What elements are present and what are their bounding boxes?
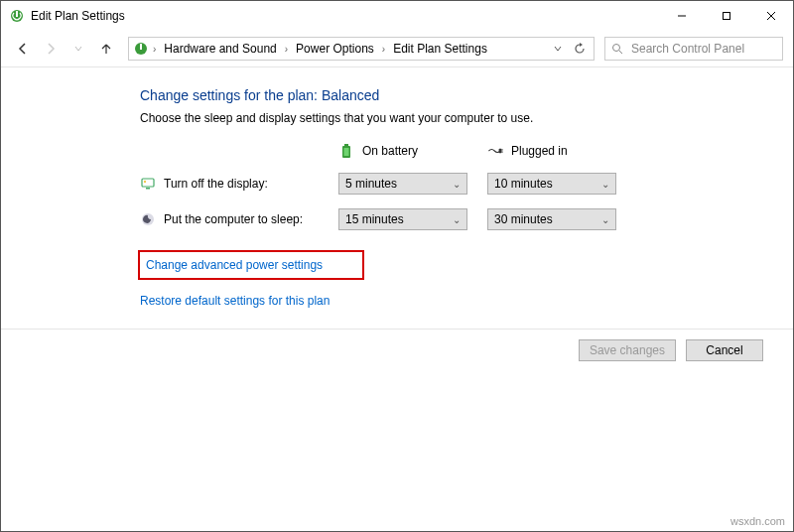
power-options-icon: [9, 8, 25, 24]
sleep-plugged-select[interactable]: 30 minutes ⌄: [487, 208, 616, 230]
chevron-down-icon: ⌄: [453, 179, 461, 190]
svg-rect-16: [142, 179, 154, 187]
row-label: Turn off the display:: [164, 177, 268, 191]
chevron-down-icon: ⌄: [453, 214, 461, 225]
chevron-right-icon[interactable]: ›: [283, 44, 290, 55]
sleep-battery-select[interactable]: 15 minutes ⌄: [338, 208, 467, 230]
forward-button[interactable]: [39, 37, 63, 61]
save-button[interactable]: Save changes: [579, 339, 676, 361]
breadcrumb-item[interactable]: Power Options: [292, 42, 378, 56]
row-turn-off-display: Turn off the display:: [140, 176, 319, 192]
chevron-right-icon[interactable]: ›: [380, 44, 387, 55]
footer: Save changes Cancel: [1, 329, 793, 371]
link-advanced-settings[interactable]: Change advanced power settings: [140, 252, 362, 278]
content: Change settings for the plan: Balanced C…: [1, 67, 793, 333]
link-restore-defaults[interactable]: Restore default settings for this plan: [140, 294, 330, 308]
settings-grid: On battery Plugged in: [140, 143, 777, 230]
power-options-icon: [133, 41, 149, 57]
row-label: Put the computer to sleep:: [164, 212, 303, 226]
plug-icon: [487, 143, 503, 159]
svg-rect-1: [16, 11, 18, 17]
window-controls: [659, 1, 793, 31]
address-dropdown-icon[interactable]: [548, 39, 568, 59]
page-heading: Change settings for the plan: Balanced: [140, 87, 777, 103]
cancel-button[interactable]: Cancel: [686, 339, 763, 361]
maximize-button[interactable]: [704, 1, 748, 31]
refresh-button[interactable]: [570, 39, 590, 59]
breadcrumb-item[interactable]: Edit Plan Settings: [389, 42, 491, 56]
recent-dropdown-icon[interactable]: [66, 37, 90, 61]
page-subtext: Choose the sleep and display settings th…: [140, 111, 777, 125]
display-plugged-select[interactable]: 10 minutes ⌄: [487, 173, 616, 195]
svg-rect-17: [146, 188, 150, 190]
svg-rect-10: [344, 144, 348, 146]
svg-rect-13: [499, 149, 502, 153]
svg-rect-7: [140, 44, 142, 50]
row-sleep: Put the computer to sleep:: [140, 211, 319, 227]
back-button[interactable]: [11, 37, 35, 61]
svg-point-8: [613, 45, 620, 52]
svg-point-18: [144, 181, 146, 183]
select-value: 15 minutes: [345, 212, 453, 226]
battery-icon: [338, 143, 354, 159]
chevron-right-icon[interactable]: ›: [151, 44, 158, 55]
address-bar[interactable]: › Hardware and Sound › Power Options › E…: [128, 37, 595, 61]
breadcrumb-item[interactable]: Hardware and Sound: [160, 42, 280, 56]
select-value: 10 minutes: [494, 177, 601, 191]
search-input[interactable]: [629, 41, 776, 57]
column-on-battery: On battery: [338, 143, 467, 159]
navbar: › Hardware and Sound › Power Options › E…: [1, 31, 793, 66]
minimize-button[interactable]: [659, 1, 704, 31]
search-icon: [611, 43, 623, 55]
sleep-icon: [140, 211, 156, 227]
close-button[interactable]: [748, 1, 793, 31]
window-title: Edit Plan Settings: [31, 9, 125, 23]
chevron-down-icon: ⌄: [601, 214, 609, 225]
column-plugged-in: Plugged in: [487, 143, 616, 159]
select-value: 5 minutes: [345, 177, 453, 191]
chevron-down-icon: ⌄: [601, 179, 609, 190]
display-icon: [140, 176, 156, 192]
titlebar: Edit Plan Settings: [1, 1, 793, 31]
watermark: wsxdn.com: [730, 515, 785, 527]
window: Edit Plan Settings: [0, 0, 794, 532]
select-value: 30 minutes: [494, 212, 601, 226]
svg-rect-12: [344, 148, 349, 156]
up-button[interactable]: [94, 37, 118, 61]
svg-line-9: [619, 51, 622, 54]
links: Change advanced power settings Restore d…: [140, 252, 777, 318]
svg-rect-3: [723, 13, 729, 20]
search-box[interactable]: [604, 37, 783, 61]
display-battery-select[interactable]: 5 minutes ⌄: [338, 173, 467, 195]
column-label: Plugged in: [511, 144, 568, 158]
column-label: On battery: [362, 144, 418, 158]
